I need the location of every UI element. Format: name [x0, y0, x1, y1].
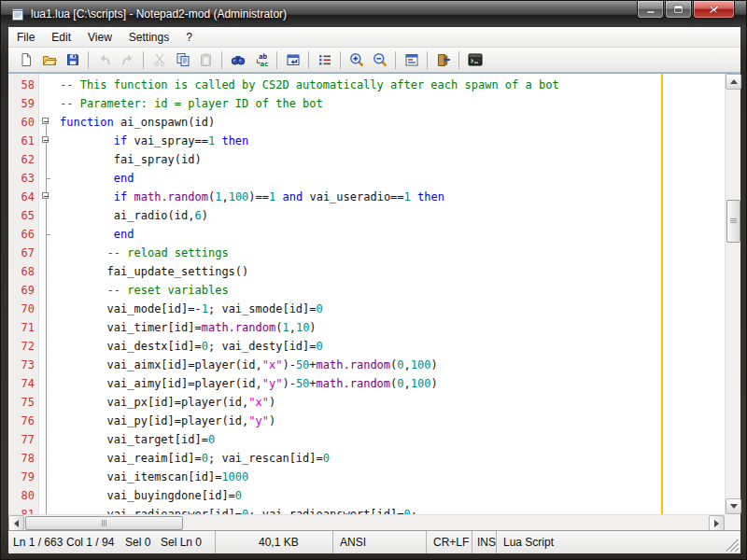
- fold-margin-cell: [39, 430, 53, 449]
- line-number: 71: [8, 318, 39, 337]
- code-text: fai_spray(id): [53, 150, 202, 169]
- console-button[interactable]: [463, 49, 486, 71]
- line-number: 79: [8, 468, 39, 486]
- code-line[interactable]: 74 vai_aimy[id]=player(id,"y")-50+math.r…: [8, 374, 725, 393]
- fold-margin-cell[interactable]: [39, 188, 53, 206]
- up-arrow-icon: [730, 76, 738, 84]
- maximize-icon: [673, 5, 684, 14]
- code-line[interactable]: 81 vai_radioanswer[id]=0; vai_radioanswe…: [8, 505, 725, 514]
- code-line[interactable]: 67 -- reload settings: [8, 244, 725, 262]
- code-line[interactable]: 65 ai_radio(id,6): [8, 206, 725, 225]
- launch-icon: [286, 52, 301, 67]
- fold-margin-cell: [39, 468, 53, 486]
- scroll-right-button[interactable]: [709, 515, 725, 531]
- code-line[interactable]: 80 vai_buyingdone[id]=0: [8, 486, 725, 505]
- code-line[interactable]: 78 vai_reaim[id]=0; vai_rescan[id]=0: [8, 449, 725, 468]
- code-line[interactable]: 72 vai_destx[id]=0; vai_desty[id]=0: [8, 337, 725, 356]
- scheme-config-icon: [404, 52, 419, 67]
- replace-button[interactable]: abac: [249, 49, 273, 71]
- code-text: -- Parameter: id = player ID of the bot: [53, 94, 323, 113]
- vertical-scroll-thumb[interactable]: [726, 200, 740, 243]
- zoom-in-button[interactable]: [345, 49, 368, 71]
- code-line[interactable]: 68 fai_update_settings(): [8, 262, 725, 281]
- fold-margin-cell: [39, 374, 53, 393]
- find-button[interactable]: [226, 49, 249, 71]
- new-file-button[interactable]: [14, 49, 37, 71]
- status-cursor-position[interactable]: Ln 1 / 663Col 1 / 94Sel 0Sel Ln 0: [8, 531, 216, 553]
- code-text: vai_aimx[id]=player(id,"x")-50+math.rand…: [53, 356, 438, 374]
- code-line[interactable]: 75 vai_px[id]=player(id,"x"): [8, 393, 725, 412]
- toolbar-separator: [340, 51, 341, 69]
- code-text: vai_aimy[id]=player(id,"y")-50+math.rand…: [53, 374, 438, 393]
- fold-margin-cell: [39, 262, 53, 281]
- title-bar[interactable]: lua1.lua [C:\scripts] - Notepad2-mod (Ad…: [1, 1, 746, 27]
- code-line[interactable]: 79 vai_itemscan[id]=1000: [8, 468, 725, 486]
- line-number: 66: [8, 225, 39, 244]
- code-text: -- reload settings: [53, 244, 229, 262]
- code-line[interactable]: 59-- Parameter: id = player ID of the bo…: [8, 94, 725, 113]
- status-insert-mode[interactable]: INS: [472, 531, 497, 553]
- scroll-down-button[interactable]: [726, 498, 741, 514]
- copy-button[interactable]: [171, 49, 194, 71]
- code-line[interactable]: 62 fai_spray(id): [8, 150, 725, 169]
- code-line[interactable]: 71 vai_timer[id]=math.random(1,10): [8, 318, 725, 337]
- status-eol-mode[interactable]: CR+LF: [427, 531, 472, 553]
- vertical-scrollbar[interactable]: [725, 74, 740, 514]
- code-text: ai_radio(id,6): [53, 206, 208, 225]
- resize-grip[interactable]: [726, 539, 739, 552]
- horizontal-scroll-thumb[interactable]: [25, 516, 183, 530]
- zoom-out-button[interactable]: [368, 49, 391, 71]
- code-text: end: [53, 169, 134, 188]
- code-line[interactable]: 73 vai_aimx[id]=player(id,"x")-50+math.r…: [8, 356, 725, 374]
- editor: 58-- This function is called by CS2D aut…: [8, 73, 740, 530]
- line-number: 73: [8, 356, 39, 374]
- code-line[interactable]: 77 vai_target[id]=0: [8, 430, 725, 449]
- line-number: 63: [8, 169, 39, 188]
- code-line[interactable]: 70 vai_mode[id]=-1; vai_smode[id]=0: [8, 300, 725, 318]
- save-button[interactable]: [61, 49, 84, 71]
- code-text: if math.random(1,100)==1 and vai_useradi…: [53, 188, 444, 206]
- close-button[interactable]: [693, 1, 735, 19]
- app-window: lua1.lua [C:\scripts] - Notepad2-mod (Ad…: [0, 0, 747, 560]
- menu-item-help[interactable]: ?: [177, 27, 201, 48]
- menu-item-file[interactable]: File: [8, 27, 43, 48]
- menu-item-settings[interactable]: Settings: [120, 27, 177, 48]
- replace-icon: abac: [254, 52, 269, 67]
- code-line[interactable]: 61 if vai_spray==1 then: [8, 132, 725, 150]
- status-encoding[interactable]: ANSI: [333, 531, 427, 553]
- menu-item-view[interactable]: View: [79, 27, 120, 48]
- open-file-icon: [42, 52, 57, 67]
- scroll-left-button[interactable]: [8, 515, 24, 531]
- code-line[interactable]: 76 vai_py[id]=player(id,"y"): [8, 412, 725, 430]
- menu-item-edit[interactable]: Edit: [43, 27, 79, 48]
- fold-margin-cell[interactable]: [39, 132, 53, 150]
- scheme-config-button[interactable]: [400, 49, 423, 71]
- menu-bar: FileEditViewSettings?: [8, 27, 740, 48]
- line-number: 65: [8, 206, 39, 225]
- undo-icon: [97, 52, 112, 67]
- line-number: 69: [8, 281, 39, 300]
- exit-button[interactable]: [431, 49, 455, 71]
- open-file-button[interactable]: [37, 49, 61, 71]
- status-scheme[interactable]: Lua Script: [497, 531, 740, 553]
- fold-margin-cell: [39, 337, 53, 356]
- line-number: 59: [8, 94, 39, 113]
- code-line[interactable]: 60function ai_onspawn(id): [8, 113, 725, 132]
- maximize-button[interactable]: [665, 1, 692, 19]
- code-text: vai_mode[id]=-1; vai_smode[id]=0: [53, 300, 323, 318]
- code-line[interactable]: 66 end: [8, 225, 725, 244]
- code-line[interactable]: 58-- This function is called by CS2D aut…: [8, 76, 725, 94]
- code-text: vai_py[id]=player(id,"y"): [53, 412, 275, 430]
- code-view[interactable]: 58-- This function is called by CS2D aut…: [8, 74, 725, 514]
- fold-margin-cell[interactable]: [39, 113, 53, 132]
- minimize-button[interactable]: [637, 1, 664, 19]
- code-line[interactable]: 69 -- reset variables: [8, 281, 725, 300]
- launch-button[interactable]: [281, 49, 304, 71]
- scroll-up-button[interactable]: [726, 74, 741, 90]
- code-text: vai_reaim[id]=0; vai_rescan[id]=0: [53, 449, 330, 468]
- settings-list-button[interactable]: [313, 49, 336, 71]
- code-line[interactable]: 63 end: [8, 169, 725, 188]
- code-line[interactable]: 64 if math.random(1,100)==1 and vai_user…: [8, 188, 725, 206]
- status-file-size[interactable]: 40,1 KB: [216, 531, 333, 553]
- horizontal-scrollbar[interactable]: [8, 514, 725, 531]
